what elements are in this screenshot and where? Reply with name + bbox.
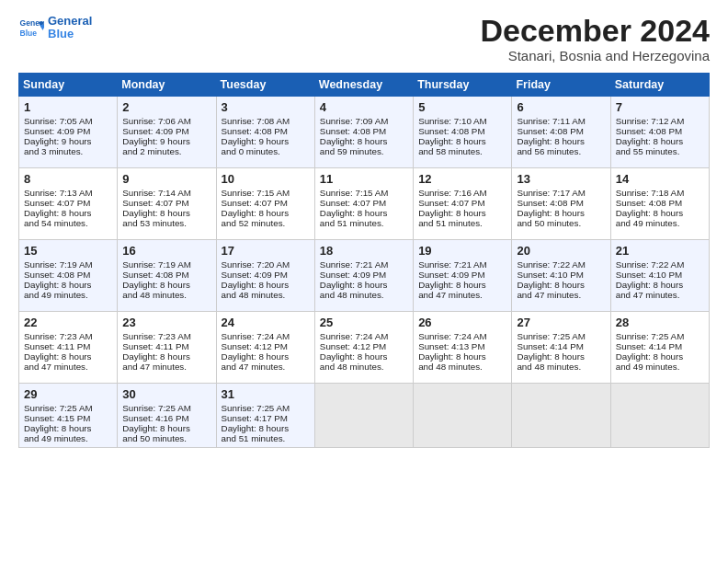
day-number: 1: [24, 100, 112, 114]
day-info-line: Daylight: 8 hours: [24, 280, 112, 290]
day-info-line: Sunrise: 7:25 AM: [122, 403, 210, 413]
day-info-line: Sunset: 4:08 PM: [418, 126, 506, 136]
day-info-line: and 47 minutes.: [616, 290, 704, 300]
day-info-line: Sunset: 4:08 PM: [517, 198, 605, 208]
day-info-line: and 48 minutes.: [222, 290, 310, 300]
day-info-line: Sunset: 4:14 PM: [616, 341, 704, 351]
day-info-line: Sunrise: 7:05 AM: [24, 116, 112, 126]
day-info-line: Sunset: 4:13 PM: [418, 341, 506, 351]
day-info-line: and 47 minutes.: [517, 290, 605, 300]
day-number: 9: [122, 172, 210, 186]
calendar-cell: 28Sunrise: 7:25 AMSunset: 4:14 PMDayligh…: [610, 312, 709, 384]
day-number: 17: [222, 244, 310, 258]
day-info-line: Daylight: 8 hours: [222, 280, 310, 290]
day-number: 20: [517, 244, 605, 258]
calendar-cell: 5Sunrise: 7:10 AMSunset: 4:08 PMDaylight…: [414, 97, 512, 168]
day-number: 2: [122, 100, 210, 114]
day-info-line: and 51 minutes.: [418, 218, 506, 228]
day-info-line: Sunrise: 7:12 AM: [616, 116, 704, 126]
calendar-cell: 14Sunrise: 7:18 AMSunset: 4:08 PMDayligh…: [610, 168, 709, 240]
day-info-line: and 49 minutes.: [616, 218, 704, 228]
calendar-cell: 25Sunrise: 7:24 AMSunset: 4:12 PMDayligh…: [314, 312, 413, 384]
calendar-cell: [610, 384, 709, 448]
day-info-line: Sunset: 4:16 PM: [122, 413, 210, 423]
calendar-cell: 24Sunrise: 7:24 AMSunset: 4:12 PMDayligh…: [216, 312, 314, 384]
day-info-line: Daylight: 8 hours: [122, 351, 210, 362]
day-info-line: Daylight: 8 hours: [320, 136, 408, 146]
calendar-cell: 13Sunrise: 7:17 AMSunset: 4:08 PMDayligh…: [512, 168, 610, 240]
day-number: 4: [320, 100, 408, 114]
day-number: 7: [616, 100, 704, 114]
day-info-line: and 55 minutes.: [616, 146, 704, 156]
calendar-cell: 30Sunrise: 7:25 AMSunset: 4:16 PMDayligh…: [118, 384, 216, 448]
day-info-line: Sunset: 4:09 PM: [222, 270, 310, 280]
day-info-line: Sunrise: 7:22 AM: [517, 259, 605, 270]
day-info-line: Sunrise: 7:22 AM: [616, 259, 704, 270]
day-info-line: Sunset: 4:08 PM: [320, 126, 408, 136]
logo-icon: General Blue: [18, 15, 44, 40]
day-info-line: and 56 minutes.: [517, 146, 605, 156]
calendar-cell: 23Sunrise: 7:23 AMSunset: 4:11 PMDayligh…: [118, 312, 216, 384]
day-info-line: Sunrise: 7:25 AM: [222, 403, 310, 413]
day-info-line: Sunrise: 7:21 AM: [418, 259, 506, 270]
day-info-line: Daylight: 8 hours: [122, 208, 210, 218]
calendar-cell: 27Sunrise: 7:25 AMSunset: 4:14 PMDayligh…: [512, 312, 610, 384]
day-info-line: and 59 minutes.: [320, 146, 408, 156]
day-info-line: Sunrise: 7:15 AM: [320, 188, 408, 198]
day-info-line: Sunrise: 7:23 AM: [122, 331, 210, 341]
day-info-line: Daylight: 8 hours: [320, 208, 408, 218]
day-number: 12: [418, 172, 506, 186]
calendar-week-row: 22Sunrise: 7:23 AMSunset: 4:11 PMDayligh…: [19, 312, 710, 384]
day-info-line: Sunrise: 7:17 AM: [517, 188, 605, 198]
day-info-line: Sunset: 4:09 PM: [122, 126, 210, 136]
day-info-line: Daylight: 8 hours: [320, 351, 408, 362]
calendar-cell: 8Sunrise: 7:13 AMSunset: 4:07 PMDaylight…: [19, 168, 118, 240]
day-info-line: Sunrise: 7:16 AM: [418, 188, 506, 198]
day-info-line: Sunset: 4:10 PM: [517, 270, 605, 280]
calendar-body: 1Sunrise: 7:05 AMSunset: 4:09 PMDaylight…: [19, 97, 710, 448]
day-info-line: Daylight: 8 hours: [222, 351, 310, 362]
day-info-line: and 53 minutes.: [122, 218, 210, 228]
day-info-line: and 50 minutes.: [517, 218, 605, 228]
day-info-line: Sunset: 4:07 PM: [418, 198, 506, 208]
day-info-line: Sunset: 4:08 PM: [616, 126, 704, 136]
calendar-cell: 3Sunrise: 7:08 AMSunset: 4:08 PMDaylight…: [216, 97, 314, 168]
logo: General Blue General Blue: [18, 15, 92, 41]
day-number: 25: [320, 316, 408, 329]
day-number: 3: [222, 100, 310, 114]
calendar-cell: 18Sunrise: 7:21 AMSunset: 4:09 PMDayligh…: [314, 240, 413, 312]
day-number: 15: [24, 244, 112, 258]
day-info-line: Sunrise: 7:25 AM: [24, 403, 112, 413]
calendar-week-row: 15Sunrise: 7:19 AMSunset: 4:08 PMDayligh…: [19, 240, 710, 312]
calendar-cell: 1Sunrise: 7:05 AMSunset: 4:09 PMDaylight…: [19, 97, 118, 168]
calendar-cell: [414, 384, 512, 448]
day-info-line: Daylight: 9 hours: [24, 136, 112, 146]
title-block: December 2024 Stanari, Bosnia and Herzeg…: [480, 15, 710, 63]
weekday-header-monday: Monday: [118, 74, 216, 97]
day-info-line: and 51 minutes.: [320, 218, 408, 228]
calendar-cell: [314, 384, 413, 448]
day-number: 24: [222, 316, 310, 329]
day-info-line: and 48 minutes.: [517, 362, 605, 372]
day-info-line: Sunset: 4:08 PM: [24, 270, 112, 280]
day-info-line: Sunset: 4:12 PM: [320, 341, 408, 351]
day-info-line: Daylight: 9 hours: [122, 136, 210, 146]
day-info-line: Sunrise: 7:25 AM: [616, 331, 704, 341]
day-info-line: and 47 minutes.: [418, 290, 506, 300]
day-info-line: Sunrise: 7:08 AM: [222, 116, 310, 126]
day-info-line: Daylight: 8 hours: [418, 280, 506, 290]
day-number: 14: [616, 172, 704, 186]
day-info-line: Sunrise: 7:11 AM: [517, 116, 605, 126]
day-info-line: Sunrise: 7:24 AM: [222, 331, 310, 341]
day-info-line: Sunrise: 7:24 AM: [418, 331, 506, 341]
day-info-line: Sunset: 4:07 PM: [24, 198, 112, 208]
day-info-line: Sunset: 4:11 PM: [122, 341, 210, 351]
weekday-header-friday: Friday: [512, 74, 610, 97]
calendar-cell: 11Sunrise: 7:15 AMSunset: 4:07 PMDayligh…: [314, 168, 413, 240]
weekday-header-saturday: Saturday: [610, 74, 709, 97]
day-number: 21: [616, 244, 704, 258]
day-info-line: Sunset: 4:11 PM: [24, 341, 112, 351]
day-info-line: and 48 minutes.: [122, 290, 210, 300]
day-info-line: and 54 minutes.: [24, 218, 112, 228]
calendar-cell: 19Sunrise: 7:21 AMSunset: 4:09 PMDayligh…: [414, 240, 512, 312]
